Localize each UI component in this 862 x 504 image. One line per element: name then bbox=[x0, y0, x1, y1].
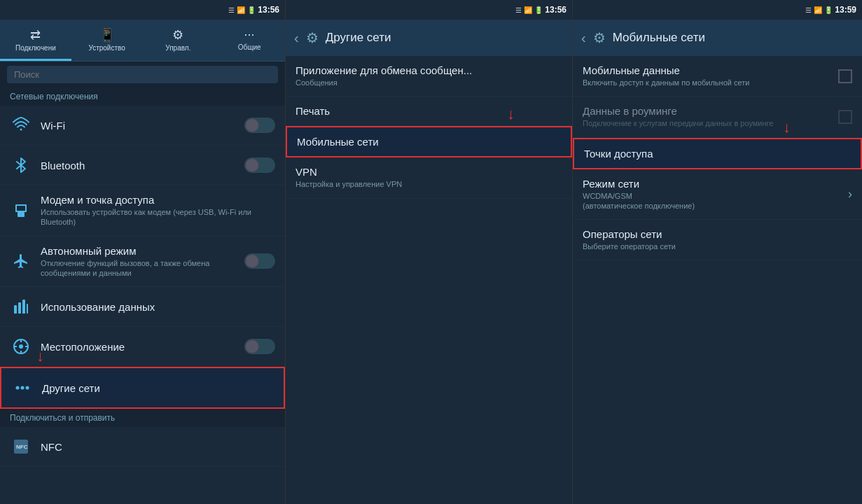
menu-item-tethering[interactable]: Модем и точка доступа Использовать устро… bbox=[0, 186, 285, 237]
svg-point-15 bbox=[21, 386, 25, 390]
operators-content: Операторы сети Выберите оператора сети bbox=[583, 228, 852, 251]
svg-rect-5 bbox=[18, 302, 21, 314]
location-icon bbox=[10, 335, 32, 358]
menu-item-othernets[interactable]: Другие сети ↓ bbox=[0, 367, 285, 409]
menu-item-bluetooth[interactable]: Bluetooth bbox=[0, 146, 285, 186]
mobiledata-content: Мобильные данные Включить доступ к данны… bbox=[583, 64, 838, 88]
roaming-checkbox[interactable] bbox=[838, 110, 852, 124]
signal-icon-2: 📶 bbox=[524, 6, 532, 14]
menu-item-accesspoints[interactable]: Точки доступа ↓ bbox=[573, 138, 862, 169]
tab-bar: ⇄ Подключени 📱 Устройство ⚙ Управл. ··· … bbox=[0, 20, 285, 62]
tab-general[interactable]: ··· Общие bbox=[214, 20, 285, 61]
menu-item-mobiledata[interactable]: Мобильные данные Включить доступ к данны… bbox=[573, 56, 862, 97]
datausage-title: Использование данных bbox=[41, 301, 275, 313]
tethering-subtitle: Использовать устройство как модем (через… bbox=[41, 207, 275, 227]
datausage-content: Использование данных bbox=[41, 301, 275, 313]
menu-list-1: Wi-Fi Bluetooth bbox=[0, 106, 285, 504]
airplane-icon bbox=[10, 250, 32, 272]
menu-item-nfc[interactable]: NFC NFC bbox=[0, 427, 285, 467]
tab-connections[interactable]: ⇄ Подключени bbox=[0, 20, 71, 61]
messaging-title: Приложение для обмена сообщен... bbox=[296, 64, 562, 76]
wifi-toggle-circle bbox=[245, 118, 259, 132]
status-bar-3: ☰ 📶 🔋 13:59 bbox=[573, 0, 862, 20]
bluetooth-toggle[interactable] bbox=[244, 158, 275, 173]
svg-rect-6 bbox=[22, 300, 25, 314]
menu-item-wifi[interactable]: Wi-Fi bbox=[0, 106, 285, 146]
menu-item-location[interactable]: Местоположение bbox=[0, 327, 285, 367]
bluetooth-title: Bluetooth bbox=[41, 160, 244, 172]
messaging-content: Приложение для обмена сообщен... Сообщен… bbox=[296, 64, 562, 88]
tab-controls-label: Управл. bbox=[165, 44, 190, 52]
networkmode-arrow: › bbox=[848, 187, 852, 202]
tab-general-icon: ··· bbox=[244, 27, 255, 42]
vpn-title: VPN bbox=[296, 166, 562, 178]
print-content: Печать bbox=[296, 105, 562, 117]
status-icons-2: ☰ 📶 🔋 13:56 bbox=[515, 5, 566, 15]
location-toggle[interactable] bbox=[244, 339, 275, 354]
print-title: Печать bbox=[296, 105, 562, 117]
datausage-icon bbox=[10, 295, 32, 318]
menu-item-mobilenets[interactable]: Мобильные сети ↓ bbox=[286, 126, 572, 158]
search-input[interactable] bbox=[7, 66, 278, 83]
menu-item-messaging[interactable]: Приложение для обмена сообщен... Сообщен… bbox=[286, 56, 572, 97]
tab-device[interactable]: 📱 Устройство bbox=[71, 20, 143, 61]
menu-item-vpn[interactable]: VPN Настройка и управление VPN bbox=[286, 158, 572, 198]
svg-point-14 bbox=[16, 386, 20, 390]
vpn-content: VPN Настройка и управление VPN bbox=[296, 166, 562, 189]
tab-connections-label: Подключени bbox=[15, 44, 56, 52]
menu-item-roaming[interactable]: Данные в роуминге Подключение к услугам … bbox=[573, 97, 862, 137]
tab-general-label: Общие bbox=[238, 43, 261, 51]
tab-device-icon: 📱 bbox=[99, 27, 115, 43]
battery-icon-2: 🔋 bbox=[534, 6, 543, 14]
accesspoints-content: Точки доступа bbox=[584, 148, 851, 160]
menu-item-operators[interactable]: Операторы сети Выберите оператора сети bbox=[573, 220, 862, 260]
wifi-icon bbox=[10, 114, 32, 136]
wifi-toggle[interactable] bbox=[244, 118, 275, 133]
vpn-subtitle: Настройка и управление VPN bbox=[296, 179, 562, 189]
svg-point-0 bbox=[20, 129, 22, 131]
networkmode-subtitle: WCDMA/GSM(автоматическое подключение) bbox=[583, 191, 848, 211]
nfc-content: NFC bbox=[41, 441, 275, 453]
time-display-2: 13:56 bbox=[545, 5, 566, 15]
menu-list-3: Мобильные данные Включить доступ к данны… bbox=[573, 56, 862, 504]
menu-item-datausage[interactable]: Использование данных bbox=[0, 287, 285, 327]
nfc-icon: NFC bbox=[10, 435, 32, 458]
notification-icon-3: ☰ bbox=[805, 6, 812, 14]
header-gear-3: ⚙ bbox=[593, 29, 606, 46]
battery-icon: 🔋 bbox=[247, 6, 256, 14]
menu-item-print[interactable]: Печать bbox=[286, 97, 572, 126]
panel-connections: ☰ 📶 🔋 13:56 ⇄ Подключени 📱 Устройство ⚙ … bbox=[0, 0, 286, 504]
bluetooth-icon bbox=[10, 154, 32, 176]
othernets-content: Другие сети bbox=[42, 382, 274, 394]
wifi-title: Wi-Fi bbox=[41, 120, 244, 132]
svg-point-9 bbox=[19, 344, 23, 349]
status-icons-1: ☰ 📶 🔋 13:56 bbox=[228, 5, 279, 15]
mobiledata-checkbox[interactable] bbox=[838, 69, 852, 83]
back-button-3[interactable]: ‹ bbox=[581, 30, 586, 46]
location-title: Местоположение bbox=[41, 341, 244, 353]
nfc-title: NFC bbox=[41, 441, 275, 453]
back-button-2[interactable]: ‹ bbox=[294, 30, 299, 46]
menu-item-airplane[interactable]: Автономный режим Отключение функций вызо… bbox=[0, 237, 285, 288]
bluetooth-content: Bluetooth bbox=[41, 160, 244, 172]
time-display-3: 13:59 bbox=[835, 5, 856, 15]
bluetooth-toggle-circle bbox=[245, 158, 259, 172]
notification-icon-2: ☰ bbox=[515, 6, 522, 14]
header-title-3: Мобильные сети bbox=[613, 31, 705, 45]
airplane-toggle[interactable] bbox=[244, 253, 275, 269]
status-bar-1: ☰ 📶 🔋 13:56 bbox=[0, 0, 285, 20]
tethering-content: Модем и точка доступа Использовать устро… bbox=[41, 194, 275, 227]
airplane-content: Автономный режим Отключение функций вызо… bbox=[41, 245, 244, 279]
othernets-title: Другие сети bbox=[42, 382, 274, 394]
messaging-subtitle: Сообщения bbox=[296, 78, 562, 88]
operators-title: Операторы сети bbox=[583, 228, 852, 240]
networkmode-title: Режим сети bbox=[583, 178, 848, 190]
location-content: Местоположение bbox=[41, 341, 244, 353]
mobilenets-title: Мобильные сети bbox=[297, 136, 561, 148]
section-header-network: Сетевые подключения bbox=[0, 88, 285, 106]
menu-item-networkmode[interactable]: Режим сети WCDMA/GSM(автоматическое подк… bbox=[573, 169, 862, 220]
mobilenets-content: Мобильные сети bbox=[297, 136, 561, 148]
tab-controls[interactable]: ⚙ Управл. bbox=[143, 20, 214, 61]
status-bar-2: ☰ 📶 🔋 13:56 bbox=[286, 0, 572, 20]
header-title-2: Другие сети bbox=[326, 31, 391, 45]
